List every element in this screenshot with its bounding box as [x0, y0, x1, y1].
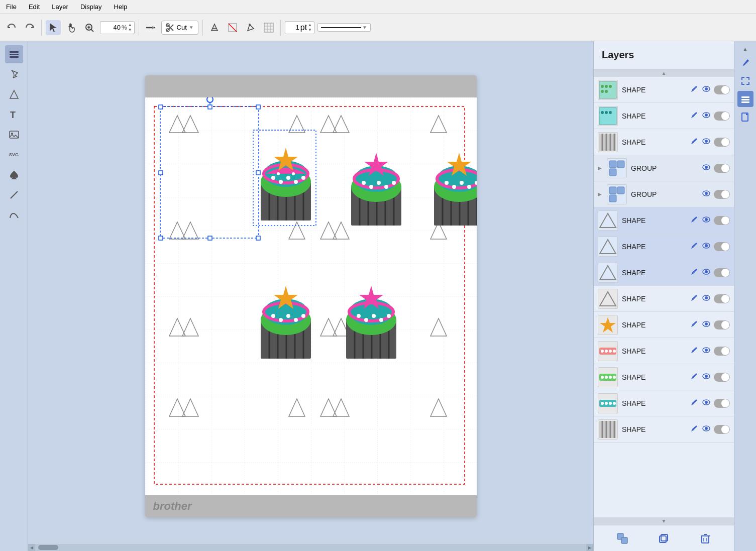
layer-vis-btn[interactable]: [702, 84, 711, 95]
fill-color-button[interactable]: [207, 20, 222, 35]
scroll-down-arrow[interactable]: ▼: [594, 517, 734, 525]
layer-group-item[interactable]: ▶ GROUP: [594, 181, 734, 207]
layer-toggle[interactable]: [714, 373, 730, 382]
layer-item[interactable]: SHAPE: [594, 77, 734, 103]
layer-toggle[interactable]: [714, 216, 730, 225]
stroke-spinner[interactable]: ▲ ▼: [308, 23, 312, 33]
zoom-tool-button[interactable]: [82, 20, 97, 35]
resize-icon-btn[interactable]: [737, 73, 753, 89]
menu-display[interactable]: Display: [78, 2, 104, 12]
zoom-spinner[interactable]: ▲ ▼: [128, 23, 132, 33]
pattern-fill-button[interactable]: [261, 20, 276, 35]
brush-icon-btn[interactable]: [737, 55, 753, 71]
cut-button[interactable]: Cut ▼: [161, 21, 198, 35]
layer-edit-btn[interactable]: [690, 398, 699, 409]
layer-item[interactable]: SHAPE: [594, 103, 734, 129]
layer-vis-btn[interactable]: [702, 267, 711, 278]
layer-toggle[interactable]: [714, 347, 730, 356]
layer-edit-btn[interactable]: [690, 424, 699, 435]
no-fill-button[interactable]: [225, 20, 240, 35]
pen-tool-button[interactable]: [243, 20, 258, 35]
select-tool-button[interactable]: [46, 20, 61, 35]
menu-layer[interactable]: Layer: [50, 2, 70, 12]
select-tool-side-btn[interactable]: [5, 65, 23, 83]
layer-vis-btn[interactable]: [702, 372, 711, 383]
line-tool-side-btn[interactable]: [5, 186, 23, 204]
layer-item[interactable]: SHAPE: [594, 312, 734, 338]
zoom-input[interactable]: 40: [102, 24, 121, 31]
h-scrollbar-thumb[interactable]: [38, 545, 58, 550]
layer-vis-btn[interactable]: [702, 398, 711, 409]
spade-tool-side-btn[interactable]: [5, 166, 23, 184]
redo-button[interactable]: [22, 20, 37, 35]
layer-toggle[interactable]: [714, 190, 730, 199]
stroke-width-input[interactable]: [287, 24, 299, 31]
layer-item[interactable]: SHAPE: [594, 286, 734, 312]
layer-vis-btn[interactable]: [702, 137, 711, 148]
layer-item[interactable]: SHAPE: [594, 338, 734, 364]
far-right-scroll-up[interactable]: ▲: [742, 45, 749, 53]
group-expand-arrow[interactable]: ▶: [598, 165, 602, 171]
layer-edit-btn[interactable]: [690, 319, 699, 330]
svg-tool-side-btn[interactable]: SVG: [5, 146, 23, 164]
layers-panel-btn[interactable]: [5, 45, 23, 63]
layer-item[interactable]: SHAPE: [594, 260, 734, 286]
add-layer-btn[interactable]: [613, 529, 631, 547]
layer-edit-btn[interactable]: [690, 241, 699, 252]
layer-edit-btn[interactable]: [690, 267, 699, 278]
layer-toggle[interactable]: [714, 112, 730, 121]
layer-item[interactable]: SHAPE: [594, 416, 734, 443]
layer-edit-btn[interactable]: [690, 84, 699, 95]
layer-edit-btn[interactable]: [690, 215, 699, 226]
layer-toggle[interactable]: [714, 268, 730, 277]
undo-button[interactable]: [4, 20, 19, 35]
layer-item[interactable]: SHAPE: [594, 207, 734, 234]
layer-group-item[interactable]: ▶ GROUP: [594, 155, 734, 181]
line-style-button[interactable]: [143, 20, 158, 35]
menu-edit[interactable]: Edit: [27, 2, 42, 12]
layer-toggle[interactable]: [714, 320, 730, 329]
image-tool-side-btn[interactable]: [5, 126, 23, 144]
layer-toggle[interactable]: [714, 85, 730, 94]
layer-edit-btn[interactable]: [690, 372, 699, 383]
layer-toggle[interactable]: [714, 425, 730, 434]
layer-vis-btn[interactable]: [702, 346, 711, 357]
svg-point-146: [601, 90, 604, 93]
layer-vis-btn[interactable]: [702, 241, 711, 252]
layer-vis-btn[interactable]: [702, 163, 711, 174]
menu-file[interactable]: File: [4, 2, 19, 12]
layer-toggle[interactable]: [714, 242, 730, 251]
group-expand-arrow[interactable]: ▶: [598, 191, 602, 197]
layer-vis-btn[interactable]: [702, 424, 711, 435]
layer-vis-btn[interactable]: [702, 319, 711, 330]
layer-vis-btn[interactable]: [702, 293, 711, 304]
layers-icon-btn[interactable]: [737, 91, 753, 107]
layer-edit-btn[interactable]: [690, 293, 699, 304]
page-icon-btn[interactable]: [737, 109, 753, 125]
layer-toggle[interactable]: [714, 164, 730, 173]
line-style-selector[interactable]: ▼: [317, 23, 371, 32]
delete-layer-btn[interactable]: [696, 529, 714, 547]
layer-vis-btn[interactable]: [702, 189, 711, 200]
layer-toggle[interactable]: [714, 294, 730, 303]
hand-tool-button[interactable]: [64, 20, 79, 35]
layer-edit-btn[interactable]: [690, 346, 699, 357]
duplicate-layer-btn[interactable]: [655, 529, 673, 547]
curve-tool-side-btn[interactable]: [5, 206, 23, 224]
layer-toggle[interactable]: [714, 399, 730, 408]
layer-item[interactable]: SHAPE: [594, 129, 734, 155]
scroll-up-arrow[interactable]: ▲: [594, 69, 734, 77]
layer-item[interactable]: SHAPE: [594, 390, 734, 416]
shape-tool-side-btn[interactable]: [5, 85, 23, 103]
menu-help[interactable]: Help: [112, 2, 130, 12]
scroll-left-arrow[interactable]: ◀: [28, 544, 35, 551]
layer-edit-btn[interactable]: [690, 111, 699, 122]
layer-edit-btn[interactable]: [690, 137, 699, 148]
layer-toggle[interactable]: [714, 138, 730, 147]
text-tool-side-btn[interactable]: T: [5, 105, 23, 124]
layer-vis-btn[interactable]: [702, 111, 711, 122]
layer-vis-btn[interactable]: [702, 215, 711, 226]
scroll-right-arrow[interactable]: ▶: [586, 544, 593, 551]
layer-item[interactable]: SHAPE: [594, 364, 734, 390]
layer-item[interactable]: SHAPE: [594, 234, 734, 260]
